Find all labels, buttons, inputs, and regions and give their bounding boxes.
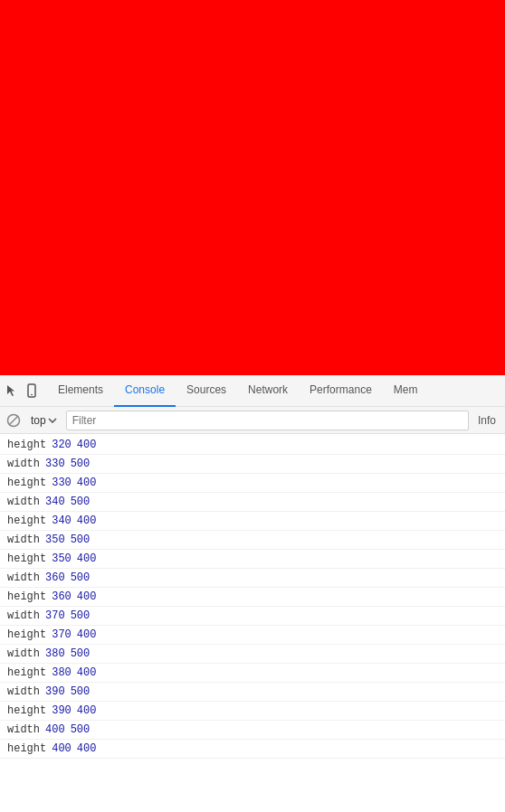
console-line: height350400 [0,550,505,569]
console-line: width360500 [0,569,505,588]
tab-performance[interactable]: Performance [299,375,383,407]
clear-console-icon[interactable] [5,412,22,429]
tab-memory[interactable]: Mem [383,375,429,407]
console-line: height370400 [0,626,505,645]
console-line: width380500 [0,645,505,664]
chevron-down-icon [48,418,57,423]
devtools-panel: Elements Console Sources Network Perform… [0,375,505,812]
info-label: Info [474,414,500,427]
console-line: height390400 [0,702,505,721]
svg-line-3 [9,416,18,425]
inspect-icon[interactable] [4,382,20,399]
console-toolbar: top Info [0,407,505,434]
console-line: height320400 [0,436,505,455]
tab-console[interactable]: Console [114,375,176,407]
console-line: height400400 [0,740,505,759]
tab-elements[interactable]: Elements [47,375,114,407]
console-output[interactable]: height320400width330500height330400width… [0,434,505,812]
filter-input[interactable] [66,411,469,430]
console-line: width370500 [0,607,505,626]
devtools-icon-group [4,382,47,399]
console-line: height360400 [0,588,505,607]
console-line: width390500 [0,683,505,702]
context-selector[interactable]: top [27,412,61,429]
console-line: height380400 [0,664,505,683]
console-line: width330500 [0,455,505,474]
devtools-tabs-row: Elements Console Sources Network Perform… [0,375,505,407]
console-line: height330400 [0,474,505,493]
tab-network[interactable]: Network [237,375,299,407]
console-line: width340500 [0,493,505,512]
console-line: width350500 [0,531,505,550]
red-viewport [0,0,505,375]
device-icon[interactable] [24,382,40,399]
tab-sources[interactable]: Sources [176,375,237,407]
console-line: width400500 [0,721,505,740]
console-line: height340400 [0,512,505,531]
